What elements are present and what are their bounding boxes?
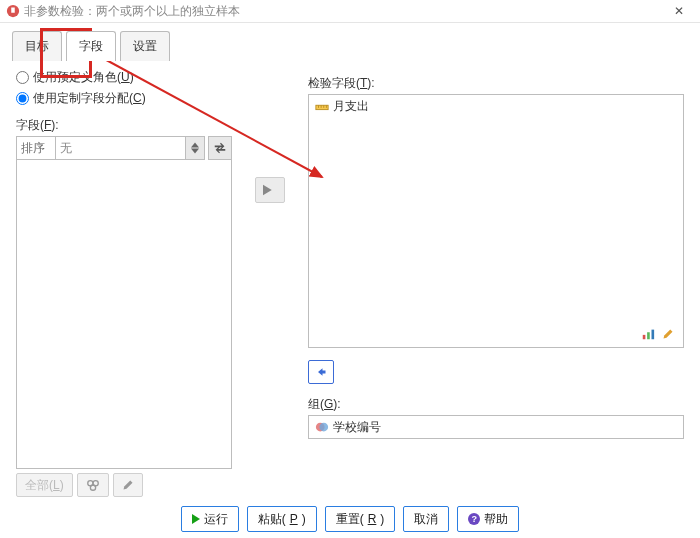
list-tool-icons xyxy=(639,325,677,343)
nominal-icon xyxy=(315,420,329,434)
group-field-box[interactable]: 学校编号 xyxy=(308,415,684,439)
cancel-button[interactable]: 取消 xyxy=(403,506,449,532)
test-fields-list[interactable]: 月支出 xyxy=(308,94,684,348)
scale-icon xyxy=(315,100,329,114)
svg-rect-13 xyxy=(643,335,646,339)
chart-icon[interactable] xyxy=(639,325,657,343)
sort-spinner[interactable] xyxy=(185,137,204,159)
available-fields-list[interactable] xyxy=(16,160,232,469)
svg-rect-15 xyxy=(652,330,655,340)
pencil-icon[interactable] xyxy=(659,325,677,343)
svg-rect-1 xyxy=(11,8,15,13)
tab-fields[interactable]: 字段 xyxy=(66,31,116,61)
radio-custom-fields[interactable]: 使用定制字段分配(C) xyxy=(16,90,232,107)
filter-icon-button[interactable] xyxy=(77,473,109,497)
sort-label: 排序 xyxy=(17,137,56,159)
swap-button[interactable] xyxy=(208,136,232,160)
radio-custom-input[interactable] xyxy=(16,92,29,105)
paste-button[interactable]: 粘贴(P) xyxy=(247,506,317,532)
app-icon xyxy=(6,4,20,18)
svg-rect-14 xyxy=(647,332,650,339)
move-right-button[interactable] xyxy=(255,177,285,203)
move-left-button[interactable] xyxy=(308,360,334,384)
all-button[interactable]: 全部(L) xyxy=(16,473,73,497)
radio-predefined-input[interactable] xyxy=(16,71,29,84)
reset-button[interactable]: 重置(R) xyxy=(325,506,396,532)
play-icon xyxy=(192,514,200,524)
list-item-label: 月支出 xyxy=(333,98,369,115)
fields-label: 字段(F): xyxy=(16,117,232,134)
radio-predefined-roles[interactable]: 使用预定义角色(U) xyxy=(16,69,232,86)
svg-marker-2 xyxy=(191,143,199,148)
title-bar: 非参数检验：两个或两个以上的独立样本 ✕ xyxy=(0,0,700,23)
svg-point-17 xyxy=(319,423,328,432)
test-fields-label: 检验字段(T): xyxy=(308,75,684,92)
close-icon[interactable]: ✕ xyxy=(664,4,694,18)
group-label: 组(G): xyxy=(308,396,684,413)
svg-marker-3 xyxy=(191,149,199,154)
sort-select[interactable]: 无 xyxy=(56,137,185,159)
group-item-label: 学校编号 xyxy=(333,419,381,436)
list-item[interactable]: 月支出 xyxy=(309,95,683,118)
tab-target[interactable]: 目标 xyxy=(12,31,62,61)
svg-point-6 xyxy=(90,485,95,490)
help-button[interactable]: ?帮助 xyxy=(457,506,519,532)
help-icon: ? xyxy=(468,513,480,525)
tab-settings[interactable]: 设置 xyxy=(120,31,170,61)
edit-icon-button[interactable] xyxy=(113,473,143,497)
footer-buttons: 运行 粘贴(P) 重置(R) 取消 ?帮助 xyxy=(0,506,700,532)
tabs-bar: 目标 字段 设置 xyxy=(0,23,700,61)
run-button[interactable]: 运行 xyxy=(181,506,239,532)
window-title: 非参数检验：两个或两个以上的独立样本 xyxy=(24,3,240,20)
svg-marker-7 xyxy=(263,185,272,196)
